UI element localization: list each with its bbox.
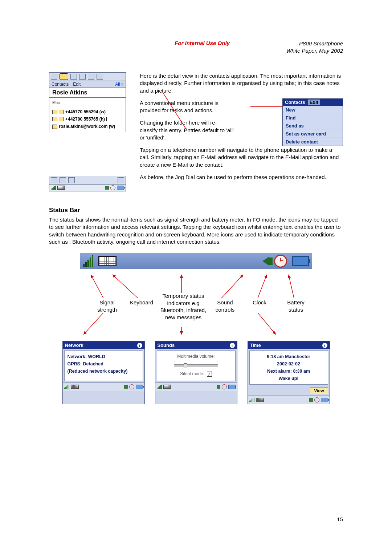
time-location: 9:18 am Manchester — [253, 353, 325, 360]
clock-icon[interactable] — [110, 185, 115, 190]
network-name: Network: WORLD — [68, 353, 140, 360]
svg-line-7 — [83, 313, 103, 335]
sounds-popup-title: Sounds — [158, 343, 175, 348]
folder-dropdown[interactable]: All ▿ — [115, 82, 123, 87]
contact-app-tabs — [49, 72, 126, 81]
label-signal: Signal strength — [91, 299, 123, 313]
sound-icon[interactable] — [124, 385, 128, 389]
page-header: For Internal Use Only P800 Smartphone Wh… — [49, 40, 343, 54]
internet-tab-icon[interactable] — [88, 74, 94, 80]
menu-item-delete[interactable]: Delete contact — [283, 138, 343, 146]
mobile-icon — [52, 117, 57, 121]
sound-icon[interactable] — [217, 385, 220, 389]
contact-detail-area: Contacts Edit All ▿ Rosie Atkins Miss +4… — [49, 72, 343, 196]
contact-detail-body: Miss +445770 555294 (w) +442780 555765 (… — [49, 98, 126, 132]
menu-item-owner-card[interactable]: Set as owner card — [283, 130, 343, 138]
applications-tab-icon[interactable] — [97, 74, 103, 80]
battery-icon[interactable] — [117, 186, 124, 190]
popup-arrows — [65, 313, 327, 338]
contact-phone-work-row[interactable]: +445770 555294 (w) — [52, 108, 123, 116]
time-popup-statusbar — [248, 396, 330, 404]
header-doc-info: P800 Smartphone White Paper, May 2002 — [286, 40, 343, 54]
back-icon[interactable] — [118, 177, 124, 183]
date-value: 2002-02-02 — [253, 360, 325, 368]
network-popup-statusbar — [63, 382, 144, 391]
contact-email-row[interactable]: rosie.atkins@work.com (w) — [52, 123, 123, 130]
signal-icon[interactable] — [249, 398, 254, 402]
para-tap-number: Tapping on a telephone number will navig… — [140, 146, 343, 169]
messages-tab-icon[interactable] — [70, 74, 77, 80]
clock-icon[interactable] — [274, 255, 287, 268]
time-popup-header: Time i — [248, 341, 330, 349]
next-alarm: Next alarm: 8:30 am — [253, 368, 325, 375]
menu-item-send-as[interactable]: Send as — [283, 122, 343, 130]
signal-icon[interactable] — [51, 186, 56, 190]
signal-icon[interactable] — [64, 385, 69, 389]
notes-tab-icon[interactable] — [60, 177, 66, 183]
network-popup-header: Network i — [63, 341, 144, 349]
header-internal-label: For Internal Use Only — [49, 40, 286, 46]
silent-mode-checkbox[interactable] — [207, 372, 212, 377]
para-folder-change: Changing the folder here will re-classif… — [140, 119, 234, 141]
signal-icon[interactable] — [157, 385, 162, 389]
edit-menu-edit[interactable]: Edit — [308, 100, 320, 105]
sms-icon[interactable] — [106, 117, 112, 121]
status-popups-row: Network i Network: WORLD GPRS: Detached … — [49, 341, 343, 404]
detail-tab-icon[interactable] — [51, 177, 57, 183]
silent-label: Silent mode: — [180, 371, 204, 376]
speech-icon — [59, 110, 64, 114]
keyboard-icon[interactable] — [71, 385, 79, 389]
phone-tab-icon[interactable] — [51, 74, 57, 80]
edit-menu-contacts[interactable]: Contacts — [285, 100, 305, 105]
menu-item-find[interactable]: Find — [283, 114, 343, 122]
keyboard-icon[interactable] — [256, 398, 264, 402]
sounds-popup-header: Sounds i — [155, 341, 237, 349]
calendar-tab-icon[interactable] — [79, 74, 86, 80]
label-battery: Battery status — [281, 299, 310, 313]
status-bar-heading: Status Bar — [49, 207, 343, 214]
info-icon[interactable]: i — [137, 343, 142, 348]
signal-strength-icon[interactable] — [83, 255, 93, 267]
phone-icon — [52, 110, 57, 114]
svg-line-9 — [258, 313, 276, 335]
picture-tab-icon[interactable] — [68, 177, 75, 183]
network-capacity: (Reduced network capacity) — [68, 368, 140, 375]
sound-controls-icon[interactable] — [262, 257, 269, 266]
keyboard-icon[interactable] — [98, 256, 117, 266]
svg-line-2 — [113, 275, 138, 298]
label-keyboard: Keyboard — [127, 299, 156, 306]
email-icon — [52, 125, 57, 129]
menu-item-new[interactable]: New — [283, 106, 343, 114]
network-popup-title: Network — [65, 343, 83, 348]
keyboard-icon[interactable] — [163, 385, 171, 389]
clock-icon[interactable] — [222, 384, 227, 389]
sound-icon[interactable] — [105, 186, 109, 190]
view-button[interactable]: View — [310, 388, 328, 394]
contact-name-header: Rosie Atkins — [49, 88, 126, 98]
clock-icon[interactable] — [129, 384, 134, 389]
contacts-tab-icon[interactable] — [60, 73, 68, 80]
svg-line-5 — [258, 275, 267, 298]
info-icon[interactable]: i — [230, 343, 235, 348]
contacts-menu[interactable]: Contacts — [52, 82, 69, 87]
battery-icon[interactable] — [136, 385, 143, 389]
contact-title: Miss — [52, 99, 123, 106]
clock-icon[interactable] — [314, 397, 319, 402]
edit-menu-item[interactable]: Edit — [73, 82, 81, 87]
battery-icon[interactable] — [321, 398, 328, 402]
keyboard-icon[interactable] — [57, 186, 65, 190]
sound-icon[interactable] — [309, 398, 313, 402]
svg-line-1 — [91, 275, 103, 298]
contact-phone-home-row[interactable]: +442780 555765 (h) — [52, 116, 123, 123]
battery-icon[interactable] — [228, 385, 236, 389]
battery-icon[interactable] — [292, 256, 309, 266]
contact-email: rosie.atkins@work.com (w) — [59, 123, 115, 130]
time-popup-body: 9:18 am Manchester 2002-02-02 Next alarm… — [249, 351, 328, 385]
info-icon[interactable]: i — [322, 343, 327, 348]
para-jogdial: As before, the Jog Dial can be used to p… — [140, 174, 343, 181]
contact-status-bar — [49, 185, 126, 191]
volume-slider[interactable] — [174, 364, 218, 366]
menu-arrow-annotation — [250, 106, 283, 107]
label-clock: Clock — [249, 299, 270, 306]
label-sound: Sound controls — [211, 299, 240, 313]
